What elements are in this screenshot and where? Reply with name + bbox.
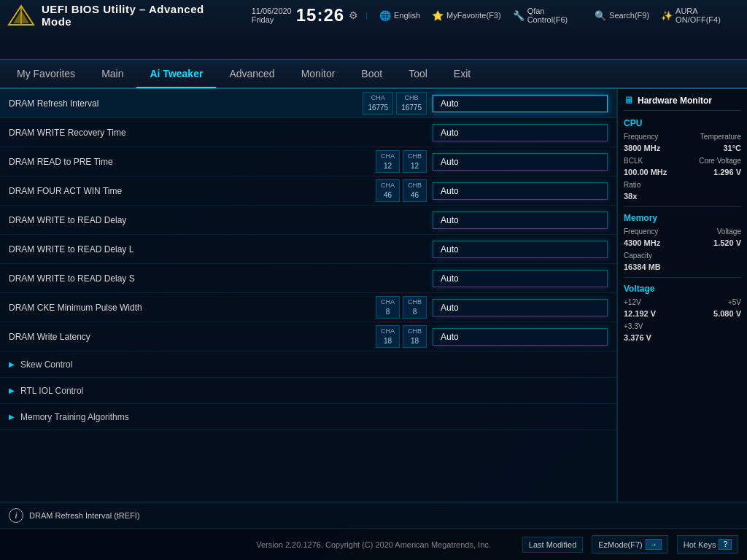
my-favorite-label: MyFavorite(F3)	[446, 11, 501, 20]
memory-freq-row: Frequency Voltage	[624, 228, 741, 236]
main-layout: DRAM Refresh IntervalCHA16775CHB16775Aut…	[0, 89, 747, 502]
date-display: 11/06/2020	[252, 7, 292, 15]
search-control[interactable]: 🔍 Search(F9)	[595, 10, 649, 21]
my-favorite-control[interactable]: ⭐ MyFavorite(F3)	[432, 10, 501, 21]
globe-icon: 🌐	[379, 10, 391, 21]
aura-control[interactable]: ✨ AURA ON/OFF(F4)	[661, 7, 740, 24]
setting-value-5[interactable]: Auto	[433, 241, 608, 258]
voltage-33v-value: 3.376 V	[624, 333, 651, 342]
tab-advanced[interactable]: Advanced	[216, 59, 287, 88]
cpu-core-voltage-label: Core Voltage	[699, 157, 741, 165]
setting-value-2[interactable]: Auto	[433, 153, 608, 171]
channel-badges-8: CHA18CHB18	[376, 325, 427, 348]
setting-row-1[interactable]: DRAM WRITE Recovery TimeAuto	[0, 118, 616, 147]
setting-value-0[interactable]: Auto	[433, 95, 608, 112]
channel-badge-CHA: CHA46	[376, 179, 400, 202]
hw-divider-2	[624, 277, 741, 278]
setting-label-5: DRAM WRITE to READ Delay L	[9, 244, 433, 254]
setting-label-8: DRAM Write Latency	[9, 332, 376, 342]
tab-ai-tweaker[interactable]: Ai Tweaker	[136, 59, 216, 88]
footer-copyright: Version 2.20.1276. Copyright (C) 2020 Am…	[256, 540, 491, 549]
memory-capacity-value: 16384 MB	[624, 262, 661, 271]
memory-voltage-value: 1.520 V	[713, 238, 741, 247]
voltage-12v-values: 12.192 V 5.080 V	[624, 309, 741, 318]
cpu-frequency-row: Frequency Temperature	[624, 133, 741, 141]
hw-divider-1	[624, 206, 741, 207]
qfan-control[interactable]: 🔧 Qfan Control(F6)	[513, 7, 583, 24]
expand-label-0: Skew Control	[20, 359, 72, 370]
setting-value-8[interactable]: Auto	[433, 328, 608, 346]
channel-badge-CHB: CHB8	[403, 296, 427, 319]
setting-row-0[interactable]: DRAM Refresh IntervalCHA16775CHB16775Aut…	[0, 89, 616, 118]
setting-value-6[interactable]: Auto	[433, 270, 608, 287]
header-controls: | 🌐 English ⭐ MyFavorite(F3) 🔧 Qfan Cont…	[365, 7, 740, 24]
setting-value-3[interactable]: Auto	[433, 182, 608, 200]
voltage-12v-label: +12V	[624, 298, 641, 306]
hardware-monitor-panel: 🖥 Hardware Monitor CPU Frequency Tempera…	[617, 89, 747, 502]
setting-value-7[interactable]: Auto	[433, 299, 608, 316]
cpu-ratio-label: Ratio	[624, 181, 640, 189]
setting-value-1[interactable]: Auto	[433, 124, 608, 141]
tab-exit[interactable]: Exit	[441, 59, 484, 88]
expand-row-0[interactable]: ▶Skew Control	[0, 351, 616, 378]
channel-badge-CHB: CHB18	[403, 325, 427, 348]
voltage-section-title: Voltage	[624, 284, 741, 294]
voltage-12v-row: +12V +5V	[624, 298, 741, 306]
cpu-frequency-label: Frequency	[624, 133, 658, 141]
expand-row-1[interactable]: ▶RTL IOL Control	[0, 378, 616, 404]
setting-value-4[interactable]: Auto	[433, 211, 608, 229]
tab-my-favorites[interactable]: My Favorites	[4, 59, 88, 88]
channel-badge-CHA: CHA12	[376, 150, 400, 173]
cpu-bclk-label: BCLK	[624, 157, 643, 165]
setting-row-5[interactable]: DRAM WRITE to READ Delay LAuto	[0, 235, 616, 264]
setting-row-3[interactable]: DRAM FOUR ACT WIN TimeCHA46CHB46Auto	[0, 176, 616, 206]
hot-keys-label: Hot Keys	[684, 540, 716, 549]
hot-keys-button[interactable]: Hot Keys ?	[677, 535, 738, 553]
language-control[interactable]: 🌐 English	[379, 10, 420, 21]
setting-row-7[interactable]: DRAM CKE Minimum Pulse WidthCHA8CHB8Auto	[0, 293, 616, 322]
cpu-temperature-label: Temperature	[700, 133, 741, 141]
setting-row-4[interactable]: DRAM WRITE to READ DelayAuto	[0, 206, 616, 235]
channel-badges-2: CHA12CHB12	[376, 150, 427, 173]
aura-icon: ✨	[661, 10, 673, 21]
cpu-temperature-value: 31°C	[723, 144, 741, 152]
voltage-33v-label: +3.3V	[624, 322, 643, 330]
setting-label-4: DRAM WRITE to READ Delay	[9, 215, 433, 225]
setting-label-7: DRAM CKE Minimum Pulse Width	[9, 303, 376, 313]
time-display: 15:26	[296, 5, 344, 26]
settings-gear-icon[interactable]: ⚙	[349, 9, 358, 21]
search-label: Search(F9)	[609, 11, 649, 20]
setting-label-1: DRAM WRITE Recovery Time	[9, 128, 433, 138]
bios-title: UEFI BIOS Utility – Advanced Mode	[42, 3, 233, 28]
ez-mode-button[interactable]: EzMode(F7) →	[592, 535, 668, 553]
channel-badge-CHA: CHA18	[376, 325, 400, 348]
asus-logo	[7, 4, 36, 27]
aura-label: AURA ON/OFF(F4)	[676, 7, 740, 24]
status-bar: i DRAM Refresh Interval (tREFI)	[0, 502, 747, 528]
voltage-12v-value: 12.192 V	[624, 309, 656, 318]
tab-tool[interactable]: Tool	[395, 59, 441, 88]
setting-row-8[interactable]: DRAM Write LatencyCHA18CHB18Auto	[0, 322, 616, 351]
footer-buttons: Last Modified EzMode(F7) → Hot Keys ?	[522, 535, 738, 553]
tab-main[interactable]: Main	[88, 59, 136, 88]
setting-row-2[interactable]: DRAM READ to PRE TimeCHA12CHB12Auto	[0, 147, 616, 176]
setting-label-0: DRAM Refresh Interval	[9, 98, 363, 109]
cpu-bclk-value: 100.00 MHz	[624, 168, 667, 176]
tab-boot[interactable]: Boot	[348, 59, 395, 88]
expand-arrow-icon-0: ▶	[9, 360, 15, 368]
setting-label-3: DRAM FOUR ACT WIN Time	[9, 186, 376, 196]
qfan-label: Qfan Control(F6)	[527, 7, 583, 24]
last-modified-button[interactable]: Last Modified	[522, 537, 583, 553]
nav-tabs: My Favorites Main Ai Tweaker Advanced Mo…	[0, 60, 747, 89]
voltage-5v-label: +5V	[728, 298, 741, 306]
setting-row-6[interactable]: DRAM WRITE to READ Delay SAuto	[0, 264, 616, 293]
cpu-section-title: CPU	[624, 118, 741, 128]
tab-monitor[interactable]: Monitor	[288, 59, 349, 88]
memory-capacity-label: Capacity	[624, 252, 652, 260]
memory-freq-values: 4300 MHz 1.520 V	[624, 238, 741, 247]
header-datetime: 11/06/2020 Friday 15:26 ⚙	[252, 5, 358, 26]
channel-badge-CHA: CHA16775	[363, 92, 393, 114]
expand-row-2[interactable]: ▶Memory Training Algorithms	[0, 404, 616, 430]
cpu-frequency-value: 3800 MHz	[624, 144, 660, 152]
cpu-ratio-value: 38x	[624, 192, 637, 201]
